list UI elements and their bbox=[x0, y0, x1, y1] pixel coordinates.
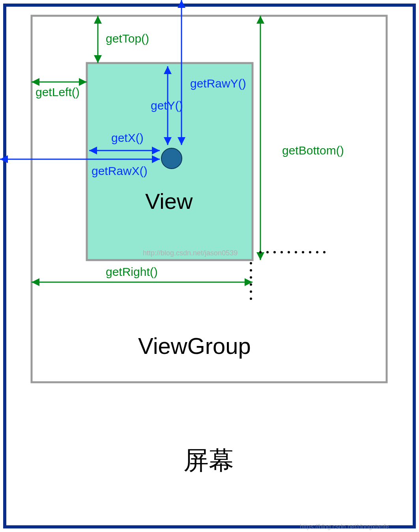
dots-vertical bbox=[250, 262, 252, 300]
svg-point-4 bbox=[288, 251, 290, 253]
watermark-inner: http://blog.csdn.net/jason0539 bbox=[143, 249, 238, 257]
svg-point-2 bbox=[273, 251, 276, 253]
svg-point-14 bbox=[250, 290, 252, 293]
svg-point-0 bbox=[259, 251, 262, 253]
label-getright: getRight() bbox=[106, 265, 158, 278]
svg-point-7 bbox=[309, 251, 311, 253]
dots-horizontal bbox=[259, 251, 325, 253]
svg-point-9 bbox=[323, 251, 325, 253]
svg-point-6 bbox=[302, 251, 304, 253]
svg-point-11 bbox=[250, 269, 252, 272]
label-getrawx: getRawX() bbox=[92, 164, 148, 177]
label-screen: 屏幕 bbox=[183, 446, 234, 474]
svg-point-13 bbox=[250, 283, 252, 286]
svg-point-3 bbox=[281, 251, 283, 253]
label-getbottom: getBottom() bbox=[282, 144, 344, 157]
svg-point-10 bbox=[250, 262, 252, 264]
label-getx: getX() bbox=[111, 131, 144, 144]
coordinate-diagram: getTop() getLeft() getBottom() getRight(… bbox=[0, 0, 419, 532]
label-getrawy: getRawY() bbox=[190, 77, 246, 90]
touch-point-icon bbox=[161, 148, 182, 169]
watermark-outer: https://blog.csdn.net/dongxianfe bbox=[300, 523, 389, 530]
label-viewgroup: ViewGroup bbox=[138, 333, 251, 359]
label-getleft: getLeft() bbox=[36, 86, 80, 99]
svg-point-5 bbox=[295, 251, 297, 253]
svg-point-1 bbox=[266, 251, 269, 253]
svg-point-12 bbox=[250, 276, 252, 279]
label-gety: getY() bbox=[151, 99, 183, 112]
label-view: View bbox=[145, 189, 193, 214]
svg-point-8 bbox=[316, 251, 318, 253]
svg-point-15 bbox=[250, 298, 252, 300]
label-gettop: getTop() bbox=[106, 32, 149, 45]
